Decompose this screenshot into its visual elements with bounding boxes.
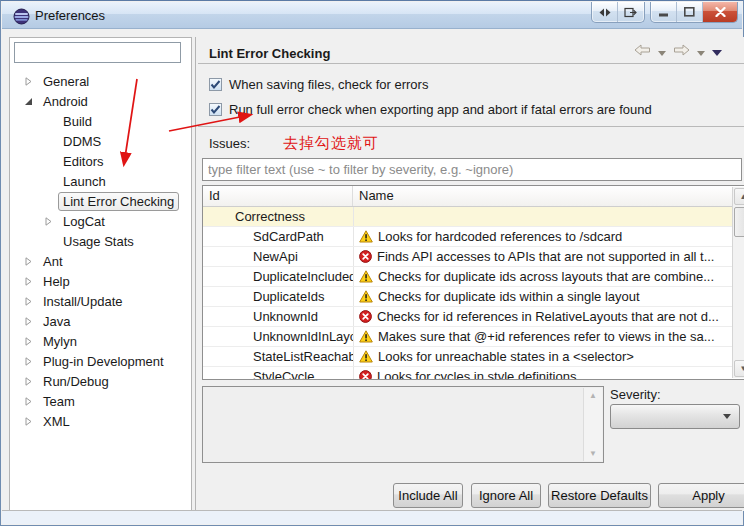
issue-name-text: Checks for duplicate ids within a single… — [378, 289, 640, 304]
ignore-all-button[interactable]: Ignore All — [471, 483, 541, 508]
forward-history-dropdown-icon[interactable] — [697, 44, 705, 59]
sidebar-item-plug-in-development[interactable]: Plug-in Development — [10, 351, 191, 371]
apply-button[interactable]: Apply — [658, 483, 744, 508]
checkbox-run-full-check[interactable] — [209, 103, 222, 116]
issue-row-duplicateids[interactable]: DuplicateIdsChecks for duplicate ids wit… — [203, 287, 744, 307]
severity-dropdown[interactable] — [610, 404, 740, 429]
issues-filter-input[interactable] — [202, 158, 742, 181]
expand-twisty-icon[interactable] — [23, 397, 33, 406]
sidebar-item-editors[interactable]: Editors — [10, 151, 191, 171]
back-history-dropdown-icon[interactable] — [658, 44, 666, 59]
issues-table-body: CorrectnessSdCardPathLooks for hardcoded… — [203, 207, 744, 380]
forward-arrow-icon[interactable] — [673, 44, 690, 59]
issue-name-cell: Looks for hardcoded references to /sdcar… — [353, 227, 744, 246]
issue-id-cell: StyleCycle — [203, 369, 353, 380]
checkbox-row-save-check[interactable]: When saving files, check for errors — [209, 77, 428, 92]
issue-id-cell: UnknownId — [203, 309, 353, 324]
issue-row-stylecycle[interactable]: StyleCycleLooks for cycles in style defi… — [203, 367, 744, 380]
back-arrow-icon[interactable] — [634, 44, 651, 59]
tree-item-label: Launch — [58, 172, 111, 191]
issue-name-cell: Makes sure that @+id references refer to… — [353, 327, 744, 346]
expand-twisty-icon[interactable] — [43, 217, 53, 226]
sidebar-item-mylyn[interactable]: Mylyn — [10, 331, 191, 351]
tree-item-label: Plug-in Development — [38, 352, 169, 371]
issue-row-statelistreachable[interactable]: StateListReachableLooks for unreachable … — [203, 347, 744, 367]
expand-twisty-icon[interactable] — [23, 337, 33, 346]
issue-row-unknownidinlayout[interactable]: UnknownIdInLayoutMakes sure that @+id re… — [203, 327, 744, 347]
checkmark-icon — [210, 80, 221, 90]
checkbox-row-export-check[interactable]: Run full error check when exporting app … — [209, 102, 652, 117]
issue-row-duplicateincludedids[interactable]: DuplicateIncludedIdsChecks for duplicate… — [203, 267, 744, 287]
scrollbar-thumb[interactable] — [734, 207, 744, 237]
tree-item-label: Mylyn — [38, 332, 82, 351]
scroll-down-button[interactable]: ▼ — [734, 360, 744, 377]
restore-defaults-button[interactable]: Restore Defaults — [548, 483, 651, 508]
issue-name-cell — [353, 207, 744, 226]
sidebar-item-usage-stats[interactable]: Usage Stats — [10, 231, 191, 251]
scroll-up-button[interactable]: ▲ — [584, 391, 602, 400]
sidebar-item-build[interactable]: Build — [10, 111, 191, 131]
expand-twisty-icon[interactable] — [23, 297, 33, 306]
sidebar-item-install-update[interactable]: Install/Update — [10, 291, 191, 311]
collapse-twisty-icon[interactable] — [23, 97, 33, 106]
tree-item-label: Java — [38, 312, 75, 331]
sidebar-item-help[interactable]: Help — [10, 271, 191, 291]
sidebar-item-logcat[interactable]: LogCat — [10, 211, 191, 231]
close-button[interactable] — [703, 2, 737, 22]
window-controls — [591, 2, 743, 23]
maximize-button[interactable] — [677, 2, 703, 22]
issue-row-unknownid[interactable]: UnknownIdChecks for id references in Rel… — [203, 307, 744, 327]
issue-name-cell: Finds API accesses to APIs that are not … — [353, 247, 744, 266]
nav-previous-next-button[interactable] — [592, 2, 618, 22]
warning-icon — [359, 270, 373, 283]
expand-twisty-icon[interactable] — [23, 317, 33, 326]
expand-twisty-icon[interactable] — [23, 377, 33, 386]
issue-row-sdcardpath[interactable]: SdCardPathLooks for hardcoded references… — [203, 227, 744, 247]
issue-name-text: Makes sure that @+id references refer to… — [378, 329, 715, 344]
scroll-up-button[interactable]: ▲ — [734, 188, 744, 205]
tree-item-label: Usage Stats — [58, 232, 139, 251]
issue-id-cell: DuplicateIncludedIds — [203, 269, 353, 284]
sidebar-item-xml[interactable]: XML — [10, 411, 191, 431]
checkbox-when-saving[interactable] — [209, 78, 222, 91]
warning-icon — [359, 330, 373, 343]
view-menu-icon[interactable] — [712, 44, 722, 59]
description-scrollbar[interactable]: ▲ ▼ — [583, 388, 602, 461]
tree-item-label: Run/Debug — [38, 372, 114, 391]
warning-icon — [359, 350, 373, 363]
table-scrollbar[interactable]: ▲ ▼ — [732, 187, 744, 378]
sidebar-item-run-debug[interactable]: Run/Debug — [10, 371, 191, 391]
column-header-id[interactable]: Id — [203, 186, 353, 206]
eclipse-logo-icon — [13, 8, 30, 28]
issues-table-header: Id Name — [203, 186, 744, 207]
sidebar-item-ant[interactable]: Ant — [10, 251, 191, 271]
sidebar-item-java[interactable]: Java — [10, 311, 191, 331]
expand-twisty-icon[interactable] — [23, 257, 33, 266]
expand-twisty-icon[interactable] — [23, 277, 33, 286]
expand-twisty-icon[interactable] — [23, 357, 33, 366]
issue-name-text: Looks for hardcoded references to /sdcar… — [378, 229, 622, 244]
titlebar[interactable]: Preferences — [2, 2, 742, 29]
issue-row-newapi[interactable]: NewApiFinds API accesses to APIs that ar… — [203, 247, 744, 267]
maximize-icon — [684, 7, 695, 17]
scroll-down-button[interactable]: ▼ — [584, 449, 602, 458]
sidebar-item-general[interactable]: General — [10, 71, 191, 91]
show-in-window-button[interactable] — [618, 2, 644, 22]
sidebar-item-lint-error-checking[interactable]: Lint Error Checking — [10, 191, 191, 211]
error-icon — [359, 250, 372, 263]
sidebar-filter-input[interactable] — [14, 42, 181, 63]
issues-table: Id Name CorrectnessSdCardPathLooks for h… — [202, 185, 744, 380]
sidebar-item-launch[interactable]: Launch — [10, 171, 191, 191]
header-divider — [198, 63, 744, 64]
expand-twisty-icon[interactable] — [23, 77, 33, 86]
sidebar-item-android[interactable]: Android — [10, 91, 191, 111]
column-header-name[interactable]: Name — [353, 186, 744, 206]
sidebar-item-ddms[interactable]: DDMS — [10, 131, 191, 151]
sidebar-item-team[interactable]: Team — [10, 391, 191, 411]
category-row-correctness[interactable]: Correctness — [203, 207, 744, 227]
expand-twisty-icon[interactable] — [23, 417, 33, 426]
annotation-note: 去掉勾选就可 — [283, 134, 379, 153]
include-all-button[interactable]: Include All — [393, 483, 463, 508]
checkmark-icon — [210, 105, 221, 115]
minimize-button[interactable] — [651, 2, 677, 22]
